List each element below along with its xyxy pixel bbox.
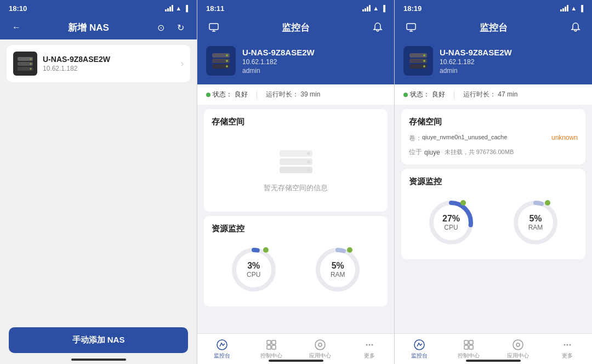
- resource-title-p2: 资源监控: [212, 224, 380, 234]
- bell-button-p3[interactable]: [568, 20, 583, 35]
- wifi-icon-p3: ▲: [571, 5, 577, 12]
- vol-name: qiuye_nvme0n1_unused_cache: [422, 134, 551, 140]
- wifi-icon: ▲: [175, 5, 181, 12]
- back-button[interactable]: ←: [9, 20, 24, 35]
- vol-status: unknown: [551, 134, 578, 141]
- status-icons-p1: ▲ ▐: [165, 5, 188, 12]
- pos-value: qiuye: [424, 149, 440, 156]
- bell-button-p2[interactable]: [370, 20, 385, 35]
- nav-more-icon-p3: [561, 339, 573, 351]
- nav-app-icon-p2: [314, 339, 326, 351]
- nas-device-item[interactable]: U-NAS-9Z8ASE2W 10.62.1.182 ›: [7, 45, 190, 82]
- svg-point-43: [423, 65, 425, 67]
- svg-rect-6: [209, 24, 218, 30]
- nav-more-label-p2: 更多: [364, 352, 375, 360]
- storage-title-p3: 存储空间: [409, 117, 578, 127]
- add-nas-button[interactable]: 手动添加 NAS: [9, 327, 188, 353]
- header-right-p2: [370, 20, 385, 35]
- chevron-right-icon: ›: [181, 59, 184, 69]
- battery-icon-p3: ▐: [579, 5, 583, 12]
- cpu-gauge-dot-p3: [460, 200, 466, 206]
- page-title-p2: 监控台: [221, 21, 370, 34]
- ram-label-p3: RAM: [528, 224, 543, 231]
- svg-rect-49: [464, 340, 468, 344]
- time-p3: 18:19: [403, 4, 422, 13]
- battery-icon-p2: ▐: [381, 5, 385, 12]
- status-value-p3: 良好: [432, 90, 445, 99]
- panel-add-nas: 18:10 ▲ ▐ ← 新增 NAS ⊙ ↻: [0, 0, 197, 364]
- monitor-content-p3: 状态： 良好 运行时长： 47 min 存储空间 卷： qiuye_nvme0n…: [395, 84, 592, 364]
- cpu-gauge-container-p2: 3% CPU: [229, 245, 278, 294]
- screen-icon-p3: [406, 22, 417, 33]
- nav-more-p3[interactable]: 更多: [543, 334, 592, 364]
- svg-point-55: [564, 344, 566, 345]
- svg-point-30: [315, 340, 325, 350]
- nas-device-icon: [15, 54, 35, 73]
- empty-storage-p2: 暂无存储空间的信息: [212, 134, 380, 204]
- nav-monitor-label-p3: 监控台: [411, 352, 428, 360]
- cpu-label-p3: CPU: [442, 224, 460, 231]
- scan-button[interactable]: ⊙: [153, 20, 168, 35]
- nav-monitor-icon-p3: [413, 339, 425, 351]
- pos-label: 位于: [409, 147, 422, 157]
- time-p2: 18:11: [206, 4, 224, 13]
- nav-control-label-p2: 控制中心: [260, 352, 282, 360]
- svg-rect-35: [407, 24, 415, 30]
- svg-point-14: [226, 65, 228, 67]
- ram-gauge-text-p3: 5% RAM: [528, 214, 543, 231]
- nav-more-p2[interactable]: 更多: [345, 334, 394, 364]
- ram-gauge-p2: 5% RAM: [313, 245, 362, 294]
- nav-more-label-p3: 更多: [562, 352, 573, 360]
- monitor-left-icon-p2[interactable]: [206, 20, 221, 35]
- pos-status: 未挂载，共 976736.00MB: [445, 148, 514, 156]
- status-ribbon-p2: 状态： 良好 运行时长： 39 min: [197, 84, 394, 105]
- cpu-label-p2: CPU: [247, 271, 260, 278]
- nav-monitor-p3[interactable]: 监控台: [395, 334, 444, 364]
- svg-rect-27: [272, 340, 276, 344]
- resource-row-p2: 3% CPU 5% RAM: [212, 241, 380, 299]
- ram-percent-p2: 5%: [331, 261, 345, 271]
- storage-title-p2: 存储空间: [212, 117, 380, 127]
- runtime-p3: 运行时长： 47 min: [463, 90, 517, 99]
- storage-card-p3: 存储空间 卷： qiuye_nvme0n1_unused_cache unkno…: [401, 109, 585, 164]
- vol-label: 卷：: [409, 134, 422, 143]
- device-list-p1: U-NAS-9Z8ASE2W 10.62.1.182 ›: [0, 39, 197, 88]
- nav-monitor-p2[interactable]: 监控台: [197, 334, 247, 364]
- nav-app-icon-p3: [512, 339, 524, 351]
- cpu-gauge-dot-p2: [263, 247, 269, 253]
- add-nas-area: 手动添加 NAS: [9, 327, 188, 353]
- signal-icon-p3: [560, 5, 568, 12]
- svg-point-53: [513, 340, 523, 350]
- device-name-p1: U-NAS-9Z8ASE2W: [43, 55, 175, 64]
- page-title-p3: 监控台: [419, 21, 568, 34]
- header-left-p2: [206, 20, 221, 35]
- device-ip-p1: 10.62.1.182: [43, 65, 175, 72]
- status-label-p3: 状态：: [410, 90, 430, 99]
- home-indicator-p2: [269, 360, 323, 362]
- panel-monitor-2: 18:11 ▲ ▐ 监控台: [197, 0, 395, 364]
- device-header-user-p3: admin: [440, 67, 512, 75]
- device-header-ip-p3: 10.62.1.182: [440, 58, 512, 66]
- storage-pos-row: 位于 qiuye 未挂载，共 976736.00MB: [409, 147, 578, 157]
- device-header-name-p2: U-NAS-9Z8ASE2W: [242, 48, 315, 57]
- cpu-gauge-p2: 3% CPU: [229, 245, 278, 294]
- refresh-button[interactable]: ↻: [173, 20, 188, 35]
- nav-monitor-label-p2: 监控台: [214, 352, 230, 360]
- panel-monitor-3: 18:19 ▲ ▐ 监控台: [395, 0, 592, 364]
- cpu-percent-p3: 27%: [442, 214, 460, 224]
- device-header-user-p2: admin: [242, 67, 315, 75]
- status-icons-p2: ▲ ▐: [362, 5, 385, 12]
- runtime-p2: 运行时长： 39 min: [266, 90, 320, 99]
- svg-rect-50: [469, 340, 473, 344]
- ram-label-p2: RAM: [331, 271, 345, 278]
- nav-more-icon-p2: [363, 339, 375, 351]
- nav-app-label-p2: 应用中心: [309, 352, 331, 360]
- ram-gauge-container-p3: 5% RAM: [511, 198, 560, 247]
- monitor-left-icon-p3[interactable]: [403, 20, 419, 35]
- status-divider-p2: [257, 90, 257, 99]
- svg-point-4: [30, 63, 32, 65]
- svg-rect-28: [267, 345, 271, 349]
- svg-rect-26: [267, 340, 271, 344]
- header-right-p3: [568, 20, 583, 35]
- home-indicator-p1: [71, 359, 126, 361]
